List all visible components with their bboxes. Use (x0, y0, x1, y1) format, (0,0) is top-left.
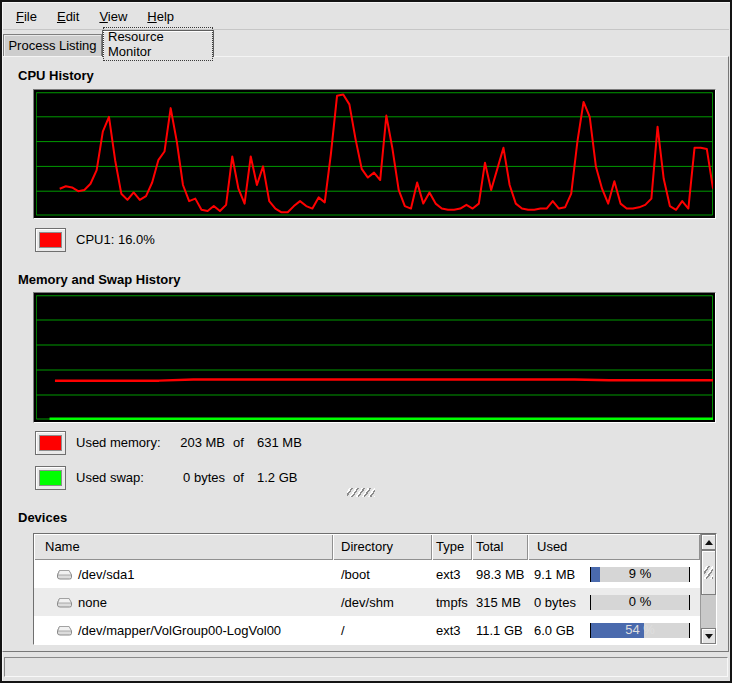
memory-history-chart (36, 295, 713, 420)
column-header-used[interactable]: Used (528, 534, 700, 560)
device-directory: /boot (333, 567, 432, 582)
device-type: ext3 (432, 623, 472, 638)
device-total: 98.3 MB (472, 567, 528, 582)
usage-percent-label: 9 % (591, 567, 689, 582)
tab-resource-monitor-label: Resource Monitor (108, 29, 164, 59)
device-row-volgroup[interactable]: /dev/mapper/VolGroup00-LogVol00 / ext3 1… (34, 616, 716, 644)
column-header-directory[interactable]: Directory (333, 534, 432, 560)
tab-focus-outline: Resource Monitor (103, 27, 213, 61)
device-name: none (78, 595, 107, 610)
device-row-sda1[interactable]: /dev/sda1 /boot ext3 98.3 MB 9.1 MB 9 % (34, 560, 716, 588)
device-used: 6.0 GB (534, 623, 574, 638)
scroll-down-button[interactable] (701, 628, 716, 644)
drive-icon (56, 624, 73, 637)
usage-progress-bar: 0 % (590, 595, 690, 610)
drive-icon (56, 568, 73, 581)
swap-total-value: 1.2 GB (257, 466, 297, 490)
device-total: 11.1 GB (472, 623, 528, 638)
usage-progress-bar: 54 % (590, 623, 690, 638)
device-row-none[interactable]: none /dev/shm tmpfs 315 MB 0 bytes 0 % (34, 588, 716, 616)
memory-history-graph (33, 292, 716, 423)
device-used: 9.1 MB (534, 567, 575, 582)
column-header-type[interactable]: Type (432, 534, 472, 560)
menubar: File Edit View Help (3, 3, 729, 30)
used-swap-of: of (233, 466, 244, 490)
devices-title: Devices (18, 510, 67, 525)
devices-table: Name Directory Type Total Used /dev/sda1… (33, 533, 717, 645)
swap-legend-color-button[interactable] (35, 466, 66, 490)
pane-resize-grip[interactable] (347, 488, 375, 497)
usage-percent-label: 54 % (591, 623, 689, 638)
vertical-scrollbar[interactable] (700, 534, 716, 644)
device-type: tmpfs (432, 595, 472, 610)
usage-percent-label: 0 % (591, 595, 689, 610)
memory-legend-color-button[interactable] (35, 431, 66, 455)
cpu-history-title: CPU History (18, 68, 94, 83)
system-monitor-window: File Edit View Help Process Listing Reso… (0, 0, 732, 683)
memory-total-value: 631 MB (257, 431, 302, 455)
status-bar (4, 657, 728, 677)
cpu-history-chart (36, 92, 713, 216)
tab-process-listing-label: Process Listing (8, 38, 96, 53)
device-type: ext3 (432, 567, 472, 582)
cpu-legend-color-button[interactable] (35, 228, 66, 252)
scroll-up-button[interactable] (701, 534, 716, 550)
device-directory: / (333, 623, 432, 638)
device-name: /dev/mapper/VolGroup00-LogVol00 (78, 623, 281, 638)
used-memory-of: of (233, 431, 244, 455)
devices-table-header: Name Directory Type Total Used (34, 534, 716, 560)
cpu-legend-color-chip (39, 232, 62, 248)
menu-file[interactable]: File (6, 6, 47, 27)
memory-legend-color-chip (39, 435, 62, 451)
column-header-name[interactable]: Name (34, 534, 333, 560)
device-directory: /dev/shm (333, 595, 432, 610)
up-arrow-icon (705, 540, 713, 545)
column-header-total[interactable]: Total (472, 534, 528, 560)
device-used: 0 bytes (534, 595, 576, 610)
memory-history-title: Memory and Swap History (18, 272, 181, 287)
cpu-history-graph (33, 89, 716, 219)
down-arrow-icon (705, 634, 713, 639)
scrollbar-grip-icon (704, 566, 713, 579)
menu-help[interactable]: Help (137, 6, 184, 27)
tab-process-listing[interactable]: Process Listing (3, 34, 102, 56)
device-name: /dev/sda1 (78, 567, 134, 582)
usage-progress-bar: 9 % (590, 567, 690, 582)
tab-resource-monitor[interactable]: Resource Monitor (102, 30, 214, 57)
cpu-legend-label: CPU1: 16.0% (76, 228, 155, 252)
used-swap-value: 0 bytes (146, 466, 225, 490)
menu-view[interactable]: View (89, 6, 137, 27)
scrollbar-thumb[interactable] (701, 550, 716, 595)
drive-icon (56, 596, 73, 609)
device-total: 315 MB (472, 595, 528, 610)
swap-legend-color-chip (39, 470, 62, 486)
used-memory-value: 203 MB (146, 431, 225, 455)
menu-edit[interactable]: Edit (47, 6, 89, 27)
